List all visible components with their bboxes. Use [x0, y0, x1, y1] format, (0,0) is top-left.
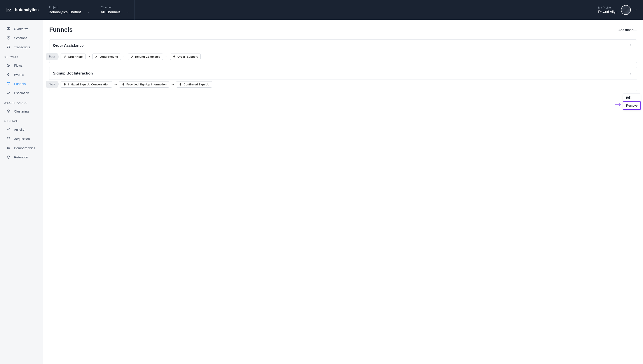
sidebar-item-activity[interactable]: Activity: [0, 125, 43, 134]
retention-icon: [7, 155, 11, 159]
add-funnel-button[interactable]: Add funnel...: [618, 28, 637, 32]
funnel-card: Order Assistance Steps Order Help ➝ Orde: [49, 39, 637, 63]
activity-icon: [7, 128, 11, 132]
sessions-icon: [7, 36, 11, 40]
logo-icon: [6, 7, 12, 13]
project-value: Botanalytics Chatbot: [49, 10, 81, 14]
sidebar-item-label: Retention: [14, 155, 28, 159]
svg-point-5: [9, 140, 9, 140]
profile-selector[interactable]: My Profile Dawud Aliyu: [598, 5, 637, 15]
svg-point-12: [630, 73, 630, 74]
step-chips: Initiated Sign Up Conversation ➝ Provide…: [61, 81, 212, 88]
svg-point-13: [630, 74, 630, 75]
pen-icon: [131, 55, 133, 58]
header-selectors: Project Botanalytics Chatbot Channel All…: [49, 0, 140, 20]
project-selector[interactable]: Project Botanalytics Chatbot: [49, 6, 90, 14]
sidebar-section-behavior: BEHAVIOR: [0, 52, 43, 61]
sidebar-item-demographics[interactable]: Demographics: [0, 143, 43, 152]
sidebar-section-audience: AUDIENCE: [0, 116, 43, 125]
funnels-icon: [7, 82, 11, 86]
annotation-arrow-icon: [614, 103, 621, 106]
svg-point-2: [7, 64, 8, 64]
step-chip[interactable]: Refund Completed: [128, 54, 163, 60]
chevron-down-icon: [127, 11, 129, 14]
sidebar-item-label: Funnels: [14, 82, 26, 86]
transcripts-icon: [7, 45, 11, 49]
chevron-down-icon: [634, 8, 637, 11]
svg-point-10: [630, 46, 630, 47]
svg-point-7: [9, 147, 10, 148]
sidebar-item-overview[interactable]: Overview: [0, 24, 43, 33]
sidebar-item-label: Overview: [14, 27, 28, 30]
sidebar-item-events[interactable]: Events: [0, 70, 43, 79]
channel-selector[interactable]: Channel All Channels: [101, 6, 129, 14]
logo[interactable]: botanalytics: [6, 7, 43, 13]
step-chips: Order Help ➝ Order Refund ➝ Refund Compl…: [61, 54, 201, 60]
page-header: Funnels Add funnel...: [49, 26, 637, 33]
svg-point-11: [630, 72, 630, 72]
step-chip[interactable]: Initiated Sign Up Conversation: [61, 81, 112, 88]
step-label: Order Help: [68, 55, 83, 58]
arrow-right-icon: ➝: [88, 55, 90, 58]
arrow-right-icon: ➝: [165, 55, 168, 58]
chevron-down-icon: [87, 11, 90, 14]
step-label: Initiated Sign Up Conversation: [68, 83, 109, 86]
avatar: [621, 5, 631, 15]
sidebar-section-understanding: UNDERSTANDING: [0, 98, 43, 106]
step-chip[interactable]: Order Refund: [92, 54, 121, 60]
channel-value: All Channels: [101, 10, 121, 14]
sidebar-item-label: Transcripts: [14, 45, 30, 49]
sidebar-item-label: Activity: [14, 128, 25, 132]
step-chip[interactable]: Order_Support: [170, 54, 200, 60]
sidebar: Overview Sessions Transcripts BEHAVIOR F…: [0, 20, 43, 364]
pen-icon: [64, 55, 66, 58]
step-chip[interactable]: Order Help: [61, 54, 86, 60]
sidebar-item-label: Sessions: [14, 36, 27, 40]
overview-icon: [7, 27, 11, 30]
divider: [95, 0, 95, 20]
sidebar-item-flows[interactable]: Flows: [0, 61, 43, 70]
bulb-icon: [64, 83, 66, 86]
step-chip[interactable]: Provided Sign Up Information: [119, 81, 169, 88]
flows-icon: [7, 63, 11, 67]
step-label: Order_Support: [177, 55, 197, 58]
bulb-icon: [122, 83, 125, 86]
sidebar-item-escalation[interactable]: Escalation: [0, 88, 43, 98]
sidebar-item-label: Escalation: [14, 91, 29, 95]
sidebar-item-clustering[interactable]: Clustering: [0, 106, 43, 116]
arrow-right-icon: ➝: [123, 55, 126, 58]
sidebar-item-transcripts[interactable]: Transcripts: [0, 42, 43, 52]
context-edit[interactable]: Edit: [623, 94, 640, 102]
divider: [43, 0, 43, 20]
context-remove[interactable]: Remove: [623, 102, 640, 110]
sidebar-item-funnels[interactable]: Funnels: [0, 79, 43, 88]
main: Funnels Add funnel... Order Assistance S…: [43, 20, 643, 364]
arrow-right-icon: ➝: [114, 83, 117, 86]
steps-label: Steps: [46, 81, 58, 88]
sidebar-item-label: Flows: [14, 64, 23, 67]
step-label: Order Refund: [100, 55, 118, 58]
svg-point-4: [7, 66, 8, 67]
channel-label: Channel: [101, 6, 129, 9]
acquisition-icon: [7, 137, 11, 141]
svg-point-9: [630, 45, 630, 46]
logo-text: botanalytics: [15, 8, 39, 12]
arrow-right-icon: ➝: [171, 83, 174, 86]
steps-label: Steps: [46, 53, 58, 60]
page-title: Funnels: [49, 26, 73, 33]
kebab-icon[interactable]: [628, 71, 632, 76]
header: botanalytics Project Botanalytics Chatbo…: [0, 0, 643, 20]
clustering-icon: [7, 109, 11, 113]
sidebar-item-acquisition[interactable]: Acquisition: [0, 134, 43, 143]
kebab-icon[interactable]: [628, 44, 632, 48]
sidebar-item-retention[interactable]: Retention: [0, 152, 43, 162]
sidebar-item-label: Events: [14, 73, 24, 76]
sidebar-item-sessions[interactable]: Sessions: [0, 33, 43, 42]
svg-point-8: [630, 44, 630, 44]
funnel-card: Signup Bot Interaction Steps Initiated S…: [49, 67, 637, 91]
pen-icon: [95, 55, 98, 58]
events-icon: [7, 72, 11, 76]
step-chip[interactable]: Confirmed Sign Up: [176, 81, 212, 88]
profile-name: Dawud Aliyu: [598, 10, 617, 14]
bulb-icon: [173, 55, 176, 58]
